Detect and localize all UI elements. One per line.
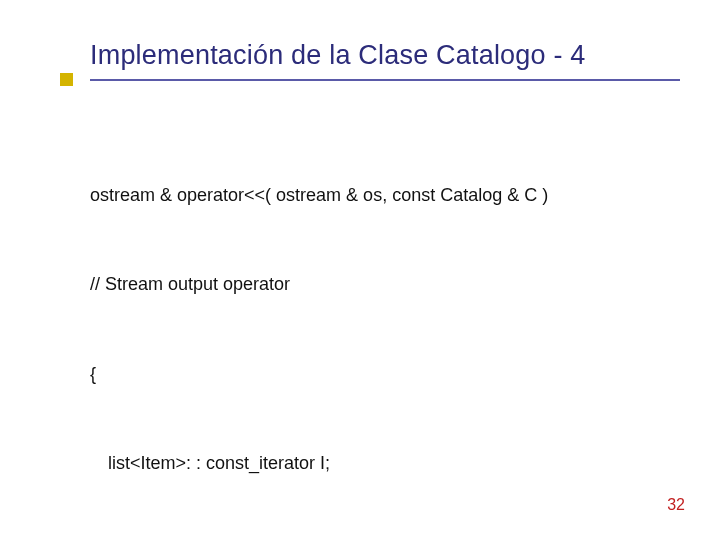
code-line: list<Item>: : const_iterator I;	[90, 449, 585, 479]
code-line: ostream & operator<<( ostream & os, cons…	[90, 181, 585, 211]
title-underline	[90, 79, 680, 81]
code-block: ostream & operator<<( ostream & os, cons…	[90, 122, 585, 540]
title-block: Implementación de la Clase Catalogo - 4	[90, 40, 680, 81]
page-number: 32	[667, 496, 685, 514]
title-accent-square	[60, 73, 73, 86]
code-line: {	[90, 360, 585, 390]
slide: Implementación de la Clase Catalogo - 4 …	[0, 0, 720, 540]
slide-title: Implementación de la Clase Catalogo - 4	[90, 40, 680, 71]
code-line: // Stream output operator	[90, 270, 585, 300]
